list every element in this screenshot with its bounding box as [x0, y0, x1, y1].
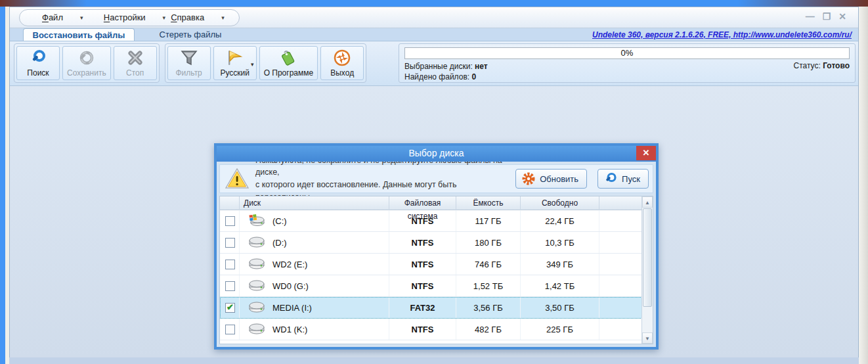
- warning-icon: [225, 168, 249, 189]
- found-files-line: Найдено файлов: 0: [404, 72, 488, 82]
- about-button[interactable]: О Программе: [259, 46, 318, 80]
- menu-help[interactable]: Справка ▾: [171, 12, 227, 22]
- exit-button[interactable]: Выход: [320, 46, 364, 80]
- close-button[interactable]: ✕: [838, 10, 846, 23]
- table-row[interactable]: WD0 (G:) NTFS 1,52 ТБ 1,42 ТБ: [220, 275, 653, 297]
- about-tag-icon: [279, 49, 297, 67]
- drive-fs: NTFS: [389, 275, 456, 296]
- maximize-button[interactable]: ❐: [823, 10, 831, 23]
- exit-button-label: Выход: [330, 68, 354, 78]
- menu-help-label: Справка: [171, 12, 204, 22]
- save-icon: [77, 49, 96, 67]
- drive-capacity: 1,52 ТБ: [456, 275, 521, 296]
- stop-button[interactable]: Стоп: [114, 46, 157, 80]
- start-button[interactable]: Пуск: [597, 169, 649, 189]
- chevron-down-icon: ▾: [163, 14, 166, 21]
- status-line: Статус: Готово: [794, 61, 850, 82]
- scroll-down-icon[interactable]: ▼: [642, 332, 653, 344]
- refresh-button[interactable]: Обновить: [515, 169, 587, 189]
- row-checkbox-checked[interactable]: ✔: [225, 303, 235, 313]
- filter-button[interactable]: Фильтр: [167, 46, 211, 80]
- drive-capacity: 180 ГБ: [456, 232, 521, 253]
- desktop-right-strip: [859, 7, 868, 364]
- filter-icon: [180, 49, 198, 67]
- dialog-close-button[interactable]: ✕: [636, 146, 656, 160]
- chevron-down-icon: ▾: [221, 14, 225, 21]
- desktop-top-strip: [0, 0, 868, 7]
- exit-icon: [333, 49, 351, 67]
- row-checkbox[interactable]: [225, 216, 235, 226]
- menu-file-label: Файл: [42, 12, 63, 22]
- language-button-label: Русский: [220, 68, 250, 78]
- drive-name: MEDIA (I:): [272, 303, 312, 313]
- check-icon: ✔: [227, 302, 234, 312]
- language-button[interactable]: Русский ▾: [213, 46, 257, 80]
- toolbar-group-actions: Поиск Сохранить Стоп: [14, 43, 160, 83]
- minimize-button[interactable]: —: [806, 10, 815, 23]
- stop-button-label: Стоп: [126, 68, 144, 78]
- tab-row: Восстановить файлы Стереть файлы Undelet…: [10, 28, 858, 41]
- menu-file[interactable]: Файл ▾: [42, 12, 98, 22]
- table-row[interactable]: (D:) NTFS 180 ГБ 10,3 ГБ: [220, 232, 653, 254]
- chevron-down-icon: ▾: [251, 61, 254, 68]
- drive-icon: [248, 301, 266, 314]
- table-row[interactable]: (C:) NTFS 117 ГБ 22,4 ГБ: [220, 210, 653, 232]
- link-area: Undelete 360, версия 2.1.6.26, FREE, htt…: [246, 28, 858, 41]
- filter-button-label: Фильтр: [175, 68, 202, 78]
- drive-free: 3,50 ГБ: [521, 297, 599, 318]
- row-checkbox[interactable]: [225, 238, 235, 248]
- row-checkbox[interactable]: [225, 260, 235, 269]
- drive-fs: NTFS: [389, 319, 456, 340]
- save-button-label: Сохранить: [67, 68, 106, 78]
- drive-capacity: 117 ГБ: [456, 210, 521, 231]
- app-window: Файл ▾ Настройки ▾ Справка ▾ — ❐ ✕ Восст…: [9, 7, 859, 357]
- menu-settings-label: Настройки: [104, 12, 146, 22]
- drive-icon: [248, 323, 266, 336]
- website-link[interactable]: Undelete 360, версия 2.1.6.26, FREE, htt…: [592, 30, 852, 39]
- table-header: Диск Файловая система Ёмкость Свободно: [220, 196, 653, 210]
- row-checkbox[interactable]: [225, 281, 235, 291]
- drive-free: 10,3 ГБ: [521, 232, 599, 253]
- drive-free: 225 ГБ: [521, 319, 599, 340]
- drive-icon: [248, 279, 266, 292]
- start-button-label: Пуск: [622, 174, 640, 184]
- warning-panel: Пожалуйста, не сохраняйте и не редактиру…: [219, 164, 653, 193]
- save-button[interactable]: Сохранить: [62, 46, 111, 80]
- start-search-icon: [603, 171, 618, 186]
- search-button[interactable]: Поиск: [16, 46, 60, 80]
- drive-fs: NTFS: [389, 232, 456, 253]
- status-panel: 0% Выбранные диски: нет Найдено файлов: …: [399, 43, 856, 83]
- refresh-gear-icon: [521, 171, 536, 186]
- selected-disks-line: Выбранные диски: нет: [404, 61, 488, 72]
- desktop-bottom-strip: [9, 357, 859, 364]
- toolbar-group-options: Фильтр Русский ▾ О Программе Выход: [165, 43, 367, 83]
- table-row[interactable]: WD2 (E:) NTFS 746 ГБ 349 ГБ: [220, 254, 653, 275]
- drive-fs: FAT32: [389, 297, 456, 318]
- main-content-area: Выбор диска ✕ Пожалуйста, не сохраняйте …: [10, 86, 858, 357]
- window-controls: — ❐ ✕: [806, 10, 846, 23]
- vertical-scrollbar[interactable]: ▲ ▼: [641, 196, 653, 344]
- drive-name: WD0 (G:): [272, 281, 309, 291]
- drive-fs: NTFS: [389, 254, 456, 275]
- drive-icon: [248, 236, 266, 249]
- drive-name: WD2 (E:): [272, 260, 307, 269]
- row-checkbox[interactable]: [225, 325, 235, 334]
- menu-bar: Файл ▾ Настройки ▾ Справка ▾ — ❐ ✕: [10, 7, 858, 28]
- drive-name: WD1 (K:): [272, 325, 307, 334]
- drive-icon: [248, 258, 266, 271]
- language-flag-icon: [225, 49, 245, 67]
- progress-label: 0%: [621, 48, 634, 58]
- drive-free: 1,42 ТБ: [521, 275, 599, 296]
- status-left: Выбранные диски: нет Найдено файлов: 0: [404, 61, 488, 82]
- drive-fs: NTFS: [389, 210, 456, 231]
- drive-capacity: 482 ГБ: [456, 319, 521, 340]
- table-row-selected[interactable]: ✔ MEDIA (I:) FAT32 3,56 ГБ 3,50 ГБ: [220, 297, 653, 319]
- scrollbar-thumb[interactable]: [643, 208, 652, 307]
- drive-capacity: 746 ГБ: [456, 254, 521, 275]
- chevron-down-icon: ▾: [80, 14, 83, 21]
- menu-settings[interactable]: Настройки ▾: [104, 12, 165, 22]
- tab-recover-files[interactable]: Восстановить файлы: [23, 28, 135, 41]
- scroll-up-icon[interactable]: ▲: [642, 196, 653, 208]
- table-row[interactable]: WD1 (K:) NTFS 482 ГБ 225 ГБ: [220, 319, 653, 340]
- tab-erase-files[interactable]: Стереть файлы: [135, 28, 246, 41]
